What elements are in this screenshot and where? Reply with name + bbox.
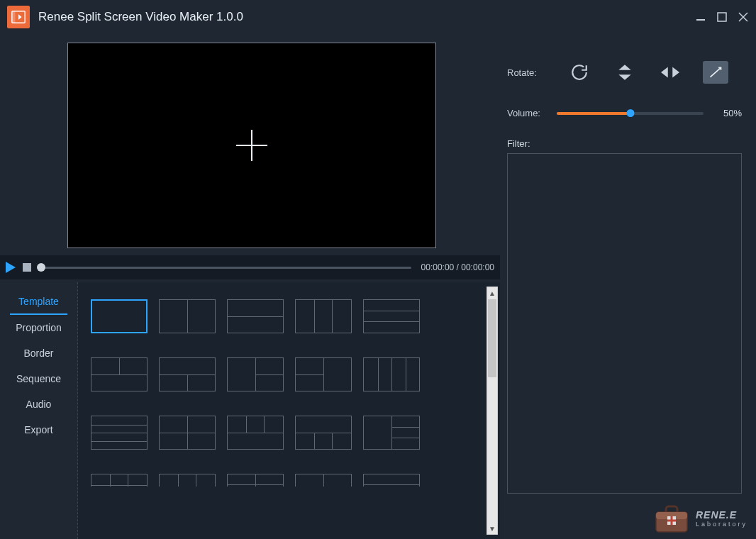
- play-button[interactable]: [3, 260, 18, 275]
- template-item[interactable]: [363, 474, 420, 487]
- template-item[interactable]: [295, 299, 352, 333]
- template-item[interactable]: [159, 416, 216, 450]
- window-controls: [695, 11, 749, 23]
- template-item[interactable]: [91, 474, 148, 487]
- minimize-button[interactable]: [695, 11, 706, 23]
- template-item[interactable]: [159, 357, 216, 391]
- filter-label: Filter:: [507, 138, 742, 149]
- tab-border[interactable]: Border: [0, 340, 77, 366]
- tab-export[interactable]: Export: [0, 417, 77, 443]
- stop-button[interactable]: [23, 263, 31, 272]
- maximize-button[interactable]: [716, 11, 728, 23]
- scroll-down-icon[interactable]: ▼: [487, 523, 497, 534]
- template-scrollbar[interactable]: ▲ ▼: [487, 287, 498, 535]
- timeline-slider[interactable]: [38, 267, 411, 269]
- add-video-icon: [236, 130, 267, 161]
- volume-slider[interactable]: [557, 112, 704, 115]
- svg-rect-1: [12, 11, 16, 23]
- svg-marker-2: [18, 14, 22, 19]
- brand-logo: RENE.E Laboratory: [653, 504, 747, 533]
- timecode: 00:00:00 / 00:00:00: [421, 262, 494, 272]
- svg-marker-11: [672, 67, 679, 77]
- tab-proportion[interactable]: Proportion: [0, 315, 77, 340]
- rotate-label: Rotate:: [507, 67, 557, 78]
- flip-horizontal-button[interactable]: [657, 61, 683, 84]
- svg-marker-7: [6, 262, 16, 273]
- svg-marker-8: [618, 65, 630, 70]
- template-item[interactable]: [91, 357, 148, 391]
- briefcase-icon: [653, 504, 690, 533]
- svg-marker-10: [661, 67, 668, 77]
- filter-list[interactable]: [507, 153, 742, 494]
- template-item[interactable]: [227, 416, 284, 450]
- brand-sub: Laboratory: [696, 521, 747, 528]
- volume-value: 50%: [713, 108, 742, 118]
- template-item[interactable]: [227, 357, 284, 391]
- rotate-cw-button[interactable]: [567, 61, 592, 84]
- template-item[interactable]: [363, 299, 420, 333]
- flip-vertical-button[interactable]: [612, 61, 638, 84]
- template-item[interactable]: [363, 416, 420, 450]
- crop-button[interactable]: [703, 61, 728, 84]
- template-item[interactable]: [295, 474, 352, 487]
- template-gallery: [78, 282, 500, 539]
- template-item[interactable]: [227, 474, 284, 487]
- volume-label: Volume:: [507, 108, 557, 118]
- tab-audio[interactable]: Audio: [0, 391, 77, 417]
- properties-panel: Rotate: Volume: 50% Filter:: [500, 34, 756, 539]
- template-item[interactable]: [227, 299, 284, 333]
- titlebar: Renee Split Screen Video Maker 1.0.0: [0, 0, 756, 34]
- volume-handle[interactable]: [626, 109, 634, 117]
- template-item[interactable]: [91, 416, 148, 450]
- tab-sequence[interactable]: Sequence: [0, 366, 77, 391]
- template-item[interactable]: [363, 357, 420, 391]
- svg-rect-4: [718, 13, 726, 21]
- template-item[interactable]: [295, 357, 352, 391]
- template-item[interactable]: [159, 474, 216, 487]
- scroll-thumb[interactable]: [488, 299, 496, 377]
- template-item[interactable]: [295, 416, 352, 450]
- brand-name: RENE.E: [696, 509, 737, 521]
- app-logo: [7, 6, 30, 28]
- video-preview[interactable]: [67, 43, 436, 248]
- scroll-up-icon[interactable]: ▲: [487, 287, 497, 299]
- side-tabs: Template Proportion Border Sequence Audi…: [0, 282, 78, 539]
- svg-marker-9: [618, 74, 630, 80]
- template-item[interactable]: [91, 299, 148, 333]
- tab-template[interactable]: Template: [10, 289, 67, 315]
- playback-bar: 00:00:00 / 00:00:00: [0, 255, 500, 279]
- svg-rect-16: [667, 520, 676, 522]
- timeline-handle[interactable]: [37, 263, 45, 272]
- close-button[interactable]: [738, 11, 749, 23]
- app-title: Renee Split Screen Video Maker 1.0.0: [38, 10, 243, 24]
- template-item[interactable]: [159, 299, 216, 333]
